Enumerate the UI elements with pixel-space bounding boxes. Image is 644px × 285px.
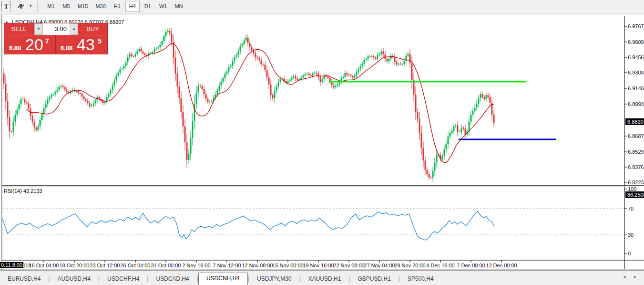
time-axis-label: 27 Nov 04:00 [364,263,395,268]
tab-scroll-controls: ◄ ► [622,274,637,279]
chart-tab-usdcad[interactable]: USDCAD,H4 [148,274,196,285]
sell-button[interactable]: SELL [4,23,34,35]
chart-tab-audusd[interactable]: AUDUSD,H4 [50,274,98,285]
time-axis-label: 29 Nov 20:00 [394,263,425,268]
rsi-axis-label: 70 [628,206,634,211]
price-axis-label: 6.83765 [628,164,644,170]
time-cursor-badge: 0.11 8:00 [0,262,23,268]
price-axis-label: 6.93035 [628,70,644,75]
time-axis-label: 16 Oct 04:00 [29,263,59,268]
buy-price-box[interactable]: 6.88 43 5 [56,35,107,54]
buy-price-prefix: 6.88 [61,44,72,52]
time-axis-label: 12 Dec 00:00 [486,263,517,268]
buy-price-pip: 5 [98,37,102,45]
price-axis-label: 6.94565 [628,54,644,60]
volume-input[interactable]: 3.00 [43,23,70,35]
rsi-axis-label: 0 [628,251,631,256]
volume-increase-button[interactable]: ▲ [70,23,78,35]
mt4-window: T ▾ M1M5M15M30H1H4D1W1MN ▲ USDCNH,H4 6.8… [0,0,644,285]
tab-scroll-left-icon[interactable]: ◄ [622,274,626,279]
rsi-axis-label: 30 [628,232,634,238]
price-axis-label: 6.85295 [628,149,644,155]
sell-price-pip: 7 [45,37,49,45]
one-click-trading-panel: SELL ▼ 3.00 ▲ BUY 6.88 20 7 6.88 43 5 [4,23,108,54]
chart-tab-gbpusd[interactable]: GBPUSD,H1 [350,274,398,285]
chart-tab-bar: EURUSD,H4|AUDUSD,H4|USDCHF,H4|USDCAD,H4|… [0,270,644,285]
time-axis-label: 4 Dec 16:00 [426,263,454,268]
tab-scroll-right-icon[interactable]: ► [633,274,637,279]
time-axis-label: 15 Nov 00:00 [272,263,303,268]
time-axis-label: 19 Nov 16:00 [303,263,334,268]
chart-tab-usdcnh[interactable]: USDCNH,H4 [198,273,248,285]
price-axis-label: 6.86870 [628,133,644,139]
buy-button[interactable]: BUY [78,23,107,35]
time-axis-label: 22 Nov 08:00 [333,263,364,268]
chart-tab-sp500[interactable]: SP500,H4 [400,274,441,285]
volume-decrease-button[interactable]: ▼ [34,23,43,35]
chart-tab-eurusd[interactable]: EURUSD,H4 [0,274,48,285]
chart-tab-xauusd[interactable]: XAUUSD,H1 [301,274,349,285]
price-axis-label: 6.97670 [628,23,644,29]
price-axis-label: 6.82235 [628,179,644,185]
time-axis-label: 2 Nov 16:00 [182,263,210,268]
rsi-indicator-label: RSI(14) 43.2133 [4,188,42,194]
time-axis-label: 23 Oct 12:00 [90,263,120,268]
time-axis-label: 7 Dec 08:00 [457,263,485,268]
price-axis-label: 6.96095 [628,39,644,45]
price-axis-label: 6.89930 [628,101,644,107]
time-axis-label: 12 Nov 08:00 [242,263,273,268]
chart-tab-usdjpy[interactable]: USDJPY,M30 [249,274,299,285]
sell-price-prefix: 6.88 [9,44,21,52]
time-axis-label: 7 Nov 12:00 [213,263,241,268]
volume-control: ▼ 3.00 ▲ [34,23,78,35]
chart-tab-usdchf[interactable]: USDCHF,H4 [100,274,147,285]
sell-price-box[interactable]: 6.88 20 7 [4,35,56,54]
buy-price-big: 43 [77,35,95,54]
time-axis-label: 18 Oct 20:00 [60,263,90,268]
time-axis-label: 26 Oct 04:00 [121,263,151,268]
current-price-badge: 6.88207 [625,118,644,125]
rsi-level-badge: 86.2500 [625,191,644,198]
price-axis-label: 6.91460 [628,85,644,91]
sell-price-big: 20 [25,35,43,54]
time-axis-label: 31 Oct 00:00 [151,263,181,268]
